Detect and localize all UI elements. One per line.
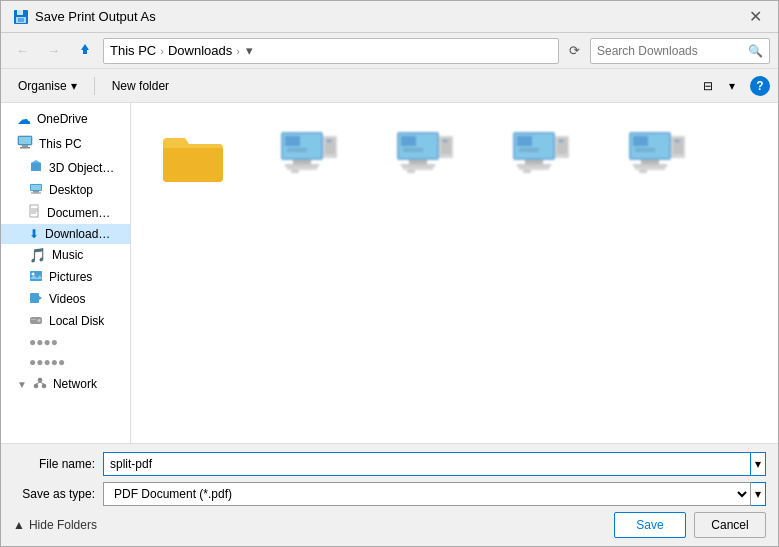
sidebar-label-blurred2: ●●●●● <box>29 355 65 369</box>
music-icon: 🎵 <box>29 247 46 263</box>
svg-rect-57 <box>519 148 539 152</box>
search-input[interactable] <box>597 44 748 58</box>
documents-icon <box>29 204 41 221</box>
sidebar-item-blurred2[interactable]: ●●●●● <box>1 352 130 372</box>
svg-rect-12 <box>31 185 41 190</box>
this-pc-icon <box>17 135 33 152</box>
savetype-select[interactable]: PDF Document (*.pdf) <box>103 482 751 506</box>
new-folder-button[interactable]: New folder <box>103 75 178 97</box>
svg-rect-36 <box>293 160 311 164</box>
pc3-icon <box>505 122 577 194</box>
svg-rect-63 <box>519 167 549 170</box>
sidebar-item-this-pc[interactable]: This PC <box>1 131 130 156</box>
file-item-folder[interactable] <box>143 115 243 205</box>
sidebar-label-pictures: Pictures <box>49 270 92 284</box>
svg-rect-69 <box>641 160 659 164</box>
breadcrumb-dropdown[interactable]: ▾ <box>246 43 253 58</box>
desktop-icon <box>29 182 43 198</box>
svg-rect-52 <box>403 167 433 170</box>
sidebar-label-downloads: Download… <box>45 227 110 241</box>
sidebar-item-documents[interactable]: Documen… <box>1 201 130 224</box>
sidebar-item-network[interactable]: ▼ Network <box>1 372 130 396</box>
filename-input[interactable] <box>103 452 751 476</box>
up-icon <box>78 42 92 56</box>
dialog-title: Save Print Output As <box>35 9 156 24</box>
svg-rect-48 <box>401 164 435 167</box>
svg-marker-23 <box>39 296 42 300</box>
svg-rect-13 <box>33 191 39 193</box>
hide-folders-button[interactable]: ▲ Hide Folders <box>13 518 97 532</box>
up-button[interactable] <box>71 38 99 63</box>
svg-rect-62 <box>559 140 563 142</box>
svg-rect-9 <box>31 163 41 171</box>
svg-rect-73 <box>675 140 679 142</box>
svg-rect-37 <box>285 164 319 167</box>
help-button[interactable]: ? <box>750 76 770 96</box>
svg-rect-41 <box>287 167 317 170</box>
hide-folders-label: Hide Folders <box>29 518 97 532</box>
sidebar-item-music[interactable]: 🎵 Music <box>1 244 130 266</box>
svg-rect-67 <box>633 136 648 146</box>
action-buttons: Save Cancel <box>614 512 766 538</box>
close-button[interactable]: ✕ <box>745 9 766 25</box>
organise-button[interactable]: Organise ▾ <box>9 75 86 97</box>
sidebar-label-documents: Documen… <box>47 206 110 220</box>
svg-rect-59 <box>517 164 551 167</box>
file-item-pc2[interactable] <box>375 115 475 205</box>
svg-rect-7 <box>22 145 28 147</box>
sidebar-item-videos[interactable]: Videos <box>1 288 130 310</box>
sidebar-item-pictures[interactable]: Pictures <box>1 266 130 288</box>
sidebar-label-this-pc: This PC <box>39 137 82 151</box>
search-box: 🔍 <box>590 38 770 64</box>
svg-point-28 <box>34 384 38 388</box>
sidebar-label-3dobjects: 3D Object… <box>49 161 114 175</box>
breadcrumb-sep2: › <box>236 45 240 57</box>
bottom-area: File name: ▾ Save as type: PDF Document … <box>1 443 778 546</box>
filename-label: File name: <box>13 457 103 471</box>
file-item-pc4[interactable] <box>607 115 707 205</box>
sidebar-item-onedrive[interactable]: ☁ OneDrive <box>1 107 130 131</box>
forward-button[interactable]: → <box>40 39 67 62</box>
svg-rect-47 <box>409 160 427 164</box>
sidebar-label-local-disk: Local Disk <box>49 314 104 328</box>
sidebar-item-3dobjects[interactable]: 3D Object… <box>1 156 130 179</box>
sidebar-label-network: Network <box>53 377 97 391</box>
svg-rect-58 <box>525 160 543 164</box>
file-item-pc1[interactable] <box>259 115 359 205</box>
refresh-button[interactable]: ⟳ <box>563 39 586 62</box>
savetype-row: Save as type: PDF Document (*.pdf) ▾ <box>13 482 766 506</box>
title-bar: Save Print Output As ✕ <box>1 1 778 33</box>
filename-dropdown-button[interactable]: ▾ <box>751 452 766 476</box>
sidebar-item-blurred1[interactable]: ●●●● <box>1 332 130 352</box>
sidebar-item-local-disk[interactable]: Local Disk <box>1 310 130 332</box>
svg-rect-75 <box>639 170 647 173</box>
action-row: ▲ Hide Folders Save Cancel <box>13 512 766 538</box>
organise-dropdown-icon: ▾ <box>71 79 77 93</box>
search-icon: 🔍 <box>748 44 763 58</box>
svg-rect-8 <box>20 147 30 149</box>
savetype-dropdown-button[interactable]: ▾ <box>751 482 766 506</box>
view-toggle-button[interactable]: ⊟ <box>696 75 720 97</box>
svg-rect-45 <box>401 136 416 146</box>
sidebar-item-desktop[interactable]: Desktop <box>1 179 130 201</box>
savetype-label: Save as type: <box>13 487 103 501</box>
sidebar-item-downloads[interactable]: ⬇ Download… <box>1 224 130 244</box>
breadcrumb-bar[interactable]: This PC › Downloads › ▾ <box>103 38 559 64</box>
pc4-icon <box>621 122 693 194</box>
svg-point-25 <box>38 319 41 322</box>
svg-rect-4 <box>83 50 87 54</box>
sidebar-label-onedrive: OneDrive <box>37 112 88 126</box>
onedrive-icon: ☁ <box>17 111 31 127</box>
sidebar: ☁ OneDrive This PC <box>1 103 131 443</box>
save-button[interactable]: Save <box>614 512 686 538</box>
back-button[interactable]: ← <box>9 39 36 62</box>
svg-rect-68 <box>635 148 655 152</box>
title-bar-left: Save Print Output As <box>13 9 156 25</box>
file-area <box>131 103 778 443</box>
file-item-pc3[interactable] <box>491 115 591 205</box>
breadcrumb-sep1: › <box>160 45 164 57</box>
cancel-button[interactable]: Cancel <box>694 512 766 538</box>
network-icon <box>33 376 47 392</box>
view-dropdown-button[interactable]: ▾ <box>722 75 742 97</box>
svg-rect-51 <box>443 140 447 142</box>
